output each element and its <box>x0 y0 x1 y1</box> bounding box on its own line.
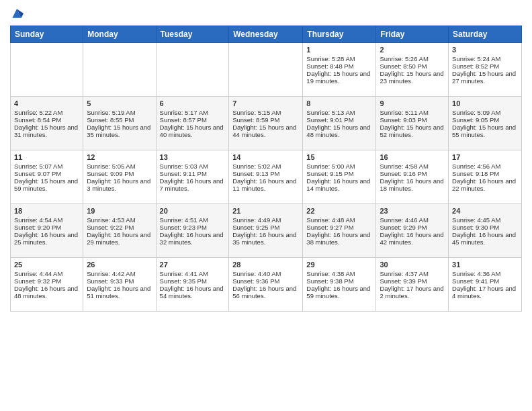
sunrise-text: Sunrise: 5:07 AM <box>14 163 79 170</box>
day-cell: 13Sunrise: 5:03 AMSunset: 9:11 PMDayligh… <box>156 150 229 204</box>
day-cell: 20Sunrise: 4:51 AMSunset: 9:23 PMDayligh… <box>156 204 229 258</box>
sunset-text: Sunset: 9:03 PM <box>380 116 445 124</box>
daylight-text: Daylight: 16 hours and 51 minutes. <box>87 285 152 300</box>
sunrise-text: Sunrise: 4:56 AM <box>452 163 518 170</box>
sunrise-text: Sunrise: 4:42 AM <box>87 270 152 277</box>
daylight-text: Daylight: 17 hours and 2 minutes. <box>380 285 445 300</box>
header-saturday: Saturday <box>449 26 522 43</box>
sunset-text: Sunset: 9:15 PM <box>306 170 372 177</box>
day-number: 11 <box>14 153 79 161</box>
daylight-text: Daylight: 15 hours and 31 minutes. <box>14 124 79 138</box>
daylight-text: Daylight: 16 hours and 14 minutes. <box>306 177 372 192</box>
day-number: 22 <box>306 207 372 215</box>
sunset-text: Sunset: 9:13 PM <box>232 170 299 177</box>
sunset-text: Sunset: 8:54 PM <box>14 116 79 124</box>
daylight-text: Daylight: 16 hours and 45 minutes. <box>452 231 518 246</box>
sunrise-text: Sunrise: 4:49 AM <box>232 216 299 224</box>
day-number: 1 <box>306 46 372 54</box>
sunset-text: Sunset: 8:50 PM <box>380 62 445 70</box>
day-number: 28 <box>232 261 299 269</box>
daylight-text: Daylight: 15 hours and 55 minutes. <box>452 124 518 138</box>
sunrise-text: Sunrise: 5:05 AM <box>87 163 152 170</box>
day-cell: 2Sunrise: 5:26 AMSunset: 8:50 PMDaylight… <box>376 43 449 97</box>
day-number: 30 <box>380 261 445 269</box>
day-number: 20 <box>160 207 226 215</box>
header-monday: Monday <box>83 26 156 43</box>
sunrise-text: Sunrise: 5:28 AM <box>306 55 372 62</box>
sunrise-text: Sunrise: 5:13 AM <box>306 109 372 116</box>
daylight-text: Daylight: 16 hours and 54 minutes. <box>160 285 226 300</box>
calendar-table: Sunday Monday Tuesday Wednesday Thursday… <box>10 26 522 312</box>
header-tuesday: Tuesday <box>156 26 229 43</box>
day-number: 5 <box>87 99 152 107</box>
sunset-text: Sunset: 9:33 PM <box>87 277 152 285</box>
day-number: 17 <box>452 153 518 161</box>
day-cell: 23Sunrise: 4:46 AMSunset: 9:29 PMDayligh… <box>376 204 449 258</box>
daylight-text: Daylight: 16 hours and 25 minutes. <box>14 231 79 246</box>
day-cell: 22Sunrise: 4:48 AMSunset: 9:27 PMDayligh… <box>303 204 376 258</box>
week-row-3: 11Sunrise: 5:07 AMSunset: 9:07 PMDayligh… <box>11 150 522 204</box>
sunrise-text: Sunrise: 4:40 AM <box>232 270 299 277</box>
day-number: 13 <box>160 153 226 161</box>
day-number: 24 <box>452 207 518 215</box>
day-number: 25 <box>14 261 79 269</box>
sunset-text: Sunset: 8:57 PM <box>160 116 226 124</box>
page: Sunday Monday Tuesday Wednesday Thursday… <box>0 0 532 411</box>
sunrise-text: Sunrise: 4:44 AM <box>14 270 79 277</box>
day-number: 18 <box>14 207 79 215</box>
daylight-text: Daylight: 16 hours and 29 minutes. <box>87 231 152 246</box>
day-number: 19 <box>87 207 152 215</box>
sunrise-text: Sunrise: 4:41 AM <box>160 270 226 277</box>
daylight-text: Daylight: 16 hours and 59 minutes. <box>306 285 372 300</box>
sunrise-text: Sunrise: 4:45 AM <box>452 216 518 224</box>
daylight-text: Daylight: 16 hours and 48 minutes. <box>14 285 79 300</box>
sunset-text: Sunset: 9:07 PM <box>14 170 79 177</box>
sunrise-text: Sunrise: 5:26 AM <box>380 55 445 62</box>
daylight-text: Daylight: 16 hours and 11 minutes. <box>232 177 299 192</box>
day-number: 21 <box>232 207 299 215</box>
sunset-text: Sunset: 9:09 PM <box>87 170 152 177</box>
day-cell: 27Sunrise: 4:41 AMSunset: 9:35 PMDayligh… <box>156 258 229 312</box>
day-cell: 4Sunrise: 5:22 AMSunset: 8:54 PMDaylight… <box>11 97 83 150</box>
day-number: 8 <box>306 99 372 107</box>
day-cell: 24Sunrise: 4:45 AMSunset: 9:30 PMDayligh… <box>449 204 522 258</box>
daylight-text: Daylight: 16 hours and 32 minutes. <box>160 231 226 246</box>
sunrise-text: Sunrise: 4:46 AM <box>380 216 445 224</box>
daylight-text: Daylight: 16 hours and 7 minutes. <box>160 177 226 192</box>
sunset-text: Sunset: 9:32 PM <box>14 277 79 285</box>
sunset-text: Sunset: 8:59 PM <box>232 116 299 124</box>
header-wednesday: Wednesday <box>229 26 303 43</box>
day-cell: 29Sunrise: 4:38 AMSunset: 9:38 PMDayligh… <box>303 258 376 312</box>
sunrise-text: Sunrise: 5:15 AM <box>232 109 299 116</box>
day-cell: 28Sunrise: 4:40 AMSunset: 9:36 PMDayligh… <box>229 258 303 312</box>
day-number: 6 <box>160 99 226 107</box>
daylight-text: Daylight: 16 hours and 56 minutes. <box>232 285 299 300</box>
sunrise-text: Sunrise: 5:19 AM <box>87 109 152 116</box>
sunrise-text: Sunrise: 5:22 AM <box>14 109 79 116</box>
day-number: 27 <box>160 261 226 269</box>
sunset-text: Sunset: 9:11 PM <box>160 170 226 177</box>
day-number: 12 <box>87 153 152 161</box>
day-cell: 18Sunrise: 4:54 AMSunset: 9:20 PMDayligh… <box>11 204 83 258</box>
sunset-text: Sunset: 8:55 PM <box>87 116 152 124</box>
day-cell <box>83 43 156 97</box>
day-cell: 3Sunrise: 5:24 AMSunset: 8:52 PMDaylight… <box>449 43 522 97</box>
daylight-text: Daylight: 15 hours and 23 minutes. <box>380 70 445 85</box>
day-number: 4 <box>14 99 79 107</box>
sunset-text: Sunset: 9:30 PM <box>452 224 518 231</box>
sunset-text: Sunset: 9:29 PM <box>380 224 445 231</box>
sunrise-text: Sunrise: 5:02 AM <box>232 163 299 170</box>
sunset-text: Sunset: 9:05 PM <box>452 116 518 124</box>
daylight-text: Daylight: 16 hours and 3 minutes. <box>87 177 152 192</box>
day-cell <box>229 43 303 97</box>
day-number: 15 <box>306 153 372 161</box>
daylight-text: Daylight: 15 hours and 48 minutes. <box>306 124 372 138</box>
daylight-text: Daylight: 15 hours and 44 minutes. <box>232 124 299 138</box>
day-cell: 10Sunrise: 5:09 AMSunset: 9:05 PMDayligh… <box>449 97 522 150</box>
day-cell: 25Sunrise: 4:44 AMSunset: 9:32 PMDayligh… <box>11 258 83 312</box>
header-sunday: Sunday <box>11 26 83 43</box>
sunset-text: Sunset: 9:01 PM <box>306 116 372 124</box>
daylight-text: Daylight: 15 hours and 35 minutes. <box>87 124 152 138</box>
day-number: 29 <box>306 261 372 269</box>
sunset-text: Sunset: 9:23 PM <box>160 224 226 231</box>
